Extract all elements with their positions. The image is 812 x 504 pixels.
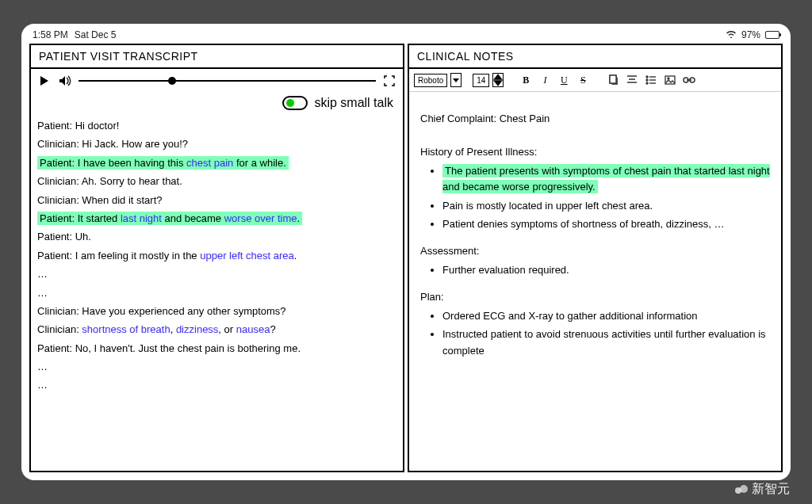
list-item: Ordered ECG and X-ray to gather addition…	[442, 308, 770, 324]
transcript-line: Patient: Hi doctor!	[37, 116, 396, 135]
watermark: 新智元	[734, 481, 790, 498]
font-name-dropdown[interactable]	[450, 73, 462, 87]
transcript-line: Clinician: Ah. Sorry to hear that.	[37, 172, 396, 190]
svg-point-3	[646, 79, 648, 81]
image-icon[interactable]	[662, 72, 678, 88]
fullscreen-icon[interactable]	[382, 74, 396, 88]
font-size-spinner[interactable]	[492, 73, 504, 87]
list-item: The patient presents with symptoms of ch…	[442, 163, 770, 195]
hpi-title: History of Present Illness:	[420, 144, 770, 160]
battery-icon	[765, 31, 779, 39]
assessment-list: Further evaluation required.	[420, 262, 770, 278]
wifi-icon	[726, 29, 737, 40]
notes-header: CLINICAL NOTES	[409, 45, 781, 69]
skip-small-talk-toggle[interactable]	[282, 96, 308, 110]
hpi-list: The patient presents with symptoms of ch…	[420, 163, 770, 232]
list-item: Further evaluation required.	[442, 262, 770, 278]
list-item: Instructed patient to avoid strenuous ac…	[442, 326, 770, 358]
font-size-select[interactable]: 14	[473, 74, 489, 87]
svg-point-4	[646, 82, 648, 84]
svg-point-6	[668, 78, 669, 79]
svg-rect-1	[610, 75, 616, 83]
transcript-line: …	[37, 284, 396, 302]
transcript-line: Clinician: Hi Jack. How are you!?	[37, 135, 396, 153]
transcript-line: Patient: It started last night and becam…	[37, 209, 396, 227]
strikethrough-button[interactable]: S	[575, 72, 591, 88]
editor-toolbar: Roboto 14 B I U S	[409, 69, 781, 92]
status-time: 1:58 PM	[33, 29, 68, 40]
transcript-line: Clinician: When did it start?	[37, 191, 396, 209]
status-bar: 1:58 PM Sat Dec 5 97%	[21, 24, 791, 44]
transcript-line: Clinician: shortness of breath, dizzines…	[37, 320, 396, 338]
align-icon[interactable]	[624, 72, 640, 88]
transcript-line: Patient: Uh.	[37, 227, 396, 246]
notes-body[interactable]: Chief Complaint: Chest Pain History of P…	[409, 92, 781, 471]
list-item: Pain is mostly located in upper left che…	[442, 198, 770, 214]
bold-button[interactable]: B	[518, 72, 534, 88]
svg-rect-5	[665, 76, 675, 84]
toggle-dot	[286, 99, 294, 107]
volume-icon[interactable]	[58, 74, 72, 88]
italic-button[interactable]: I	[537, 72, 553, 88]
transcript-pane: PATIENT VISIT TRANSCRIPT s	[29, 44, 404, 472]
list-item: Patient denies symptoms of shortness of …	[442, 216, 770, 232]
chief-complaint: Chief Complaint: Chest Pain	[420, 111, 770, 127]
transcript-body[interactable]: Patient: Hi doctor!Clinician: Hi Jack. H…	[31, 116, 403, 471]
svg-point-10	[740, 485, 748, 493]
media-bar	[31, 69, 403, 93]
transcript-line: …	[37, 357, 396, 376]
playback-slider[interactable]	[79, 80, 376, 82]
transcript-line: Patient: I have been having this chest p…	[37, 154, 396, 172]
battery-percent: 97%	[741, 29, 760, 40]
slider-thumb[interactable]	[168, 77, 176, 85]
transcript-line: Clinician: Have you experienced any othe…	[37, 302, 396, 320]
toggle-label: skip small talk	[314, 96, 393, 110]
transcript-header: PATIENT VISIT TRANSCRIPT	[31, 45, 403, 69]
list-icon[interactable]	[643, 72, 659, 88]
transcript-line: Patient: I am feeling it mostly in the u…	[37, 246, 396, 265]
font-name-select[interactable]: Roboto	[414, 74, 447, 87]
assessment-title: Assessment:	[420, 243, 770, 259]
transcript-line: Patient: No, I haven't. Just the chest p…	[37, 339, 396, 357]
link-icon[interactable]	[681, 72, 697, 88]
notes-pane: CLINICAL NOTES Roboto 14 B I U S	[408, 44, 783, 472]
underline-button[interactable]: U	[556, 72, 572, 88]
plan-list: Ordered ECG and X-ray to gather addition…	[420, 308, 770, 358]
copy-icon[interactable]	[605, 72, 621, 88]
plan-title: Plan:	[420, 289, 770, 305]
svg-point-2	[646, 76, 648, 78]
tablet-window: 1:58 PM Sat Dec 5 97% PATIENT VISIT TRAN…	[21, 24, 791, 480]
play-button[interactable]	[37, 74, 52, 88]
transcript-line: …	[37, 265, 396, 283]
transcript-line: …	[37, 376, 396, 394]
status-date: Sat Dec 5	[75, 29, 117, 40]
